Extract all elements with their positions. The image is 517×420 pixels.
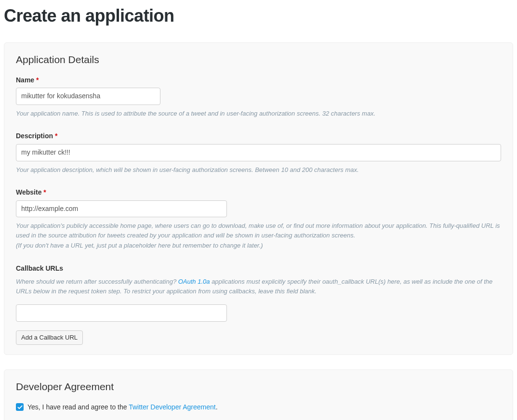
- oauth-link[interactable]: OAuth 1.0a: [178, 278, 210, 285]
- field-group-description: Description * Your application descripti…: [16, 131, 501, 174]
- developer-agreement-panel: Developer Agreement Yes, I have read and…: [4, 369, 513, 420]
- callback-help-pre: Where should we return after successfull…: [16, 278, 178, 285]
- section-title-details: Application Details: [16, 52, 501, 66]
- website-input[interactable]: [16, 200, 227, 218]
- name-label: Name *: [16, 76, 501, 85]
- name-help: Your application name. This is used to a…: [16, 109, 501, 118]
- callback-input[interactable]: [16, 304, 227, 322]
- agreement-row: Yes, I have read and agree to the Twitte…: [16, 403, 501, 412]
- callback-label: Callback URLs: [16, 264, 501, 274]
- name-input[interactable]: [16, 88, 160, 105]
- field-group-website: Website * Your application's publicly ac…: [16, 188, 501, 250]
- website-required-asterisk: *: [43, 188, 46, 196]
- website-help-2: (If you don't have a URL yet, just put a…: [16, 241, 501, 250]
- description-input[interactable]: [16, 144, 501, 161]
- description-help: Your application description, which will…: [16, 165, 501, 175]
- section-title-agreement: Developer Agreement: [16, 380, 501, 394]
- twitter-dev-agreement-link[interactable]: Twitter Developer Agreement: [129, 403, 216, 411]
- field-group-callback: Callback URLs Where should we return aft…: [16, 264, 501, 345]
- add-callback-button[interactable]: Add a Callback URL: [16, 330, 83, 345]
- website-label: Website *: [16, 188, 501, 197]
- name-label-text: Name: [16, 76, 34, 84]
- agreement-text-pre: Yes, I have read and agree to the: [27, 403, 129, 411]
- description-required-asterisk: *: [55, 132, 57, 140]
- callback-help: Where should we return after successfull…: [16, 277, 501, 296]
- website-help-1: Your application's publicly accessible h…: [16, 221, 501, 240]
- agreement-checkbox[interactable]: [16, 403, 24, 411]
- field-group-name: Name * Your application name. This is us…: [16, 76, 501, 118]
- check-icon: [17, 405, 23, 410]
- agreement-text: Yes, I have read and agree to the Twitte…: [27, 403, 218, 412]
- description-label-text: Description: [16, 132, 53, 140]
- name-required-asterisk: *: [36, 76, 39, 84]
- description-label: Description *: [16, 131, 501, 141]
- application-details-panel: Application Details Name * Your applicat…: [4, 42, 513, 355]
- agreement-text-post: .: [216, 403, 218, 411]
- website-label-text: Website: [16, 188, 41, 196]
- page-title: Create an application: [4, 4, 513, 28]
